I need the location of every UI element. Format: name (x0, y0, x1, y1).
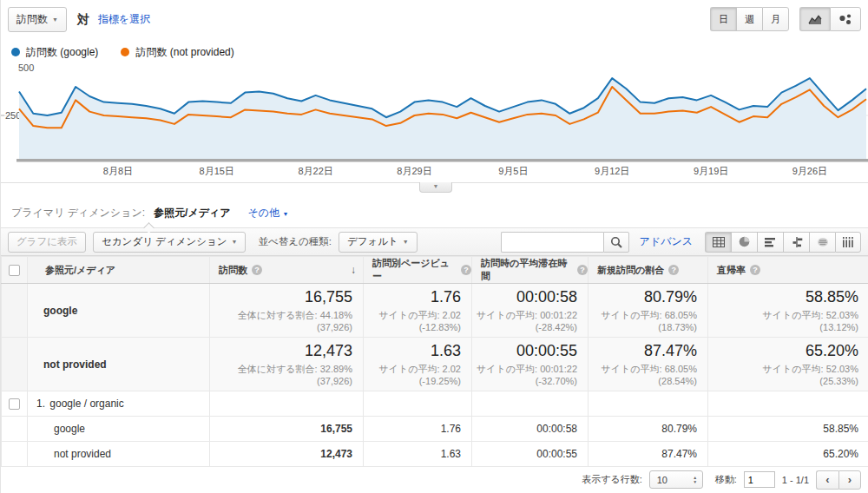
row-range-indicator: 1 - 1/1 (782, 475, 809, 485)
granularity-week-button[interactable]: 週 (736, 7, 762, 31)
summary-duration-cell: 00:00:55 サイトの平均: 00:01:22 (-32.70%) (472, 338, 589, 391)
search-input[interactable] (501, 232, 603, 253)
rows-per-page-select[interactable]: 10 ▲▼ (649, 470, 703, 489)
bounce-value: 65.20% (708, 442, 868, 467)
report-data-table: 参照元/メディア 訪問数 ? ↓ 訪問別ページビュー ? 訪問時の平均滞在時間 … (1, 256, 868, 467)
table-pagination-footer: 表示する行数: 10 ▲▼ 移動: 1 - 1/1 ‹ › (1, 467, 868, 492)
summary-new-visits-cell: 87.47% サイトの平均: 68.05% (28.54%) (589, 338, 708, 391)
term-cloud-view-button[interactable] (809, 232, 835, 253)
table-search (501, 232, 629, 253)
row-label: google (28, 417, 210, 442)
legend-label: 訪問数 (not provided) (135, 45, 233, 60)
new-visits-value: 87.47% (589, 442, 708, 467)
select-all-checkbox[interactable] (9, 265, 20, 276)
line-chart-icon (808, 14, 822, 25)
column-header-visits[interactable]: 訪問数 ? ↓ (210, 257, 364, 284)
help-icon[interactable]: ? (750, 265, 760, 275)
series-dot-blue-icon (11, 48, 20, 56)
previous-page-button[interactable]: ‹ (816, 470, 838, 490)
column-header-bounce-rate[interactable]: 直帰率 ? (708, 257, 868, 284)
row-checkbox[interactable] (9, 398, 20, 410)
chart-collapse-handle[interactable]: ▼ (419, 182, 452, 193)
summary-new-visits-cell: 80.79% サイトの平均: 68.05% (18.73%) (589, 284, 708, 338)
visits-value: 12,473 (210, 442, 364, 467)
chevron-down-icon: ▼ (52, 16, 58, 23)
primary-dimension-row: プライマリ ディメンション: 参照元/メディア その他 ▼ (1, 200, 868, 227)
table-row-group[interactable]: 1. google / organic (2, 391, 868, 417)
metric-selector-label: 訪問数 (16, 12, 48, 27)
goto-page-input[interactable] (744, 471, 775, 488)
sort-type-dropdown[interactable]: デフォルト ▼ (339, 232, 418, 253)
pages-value: 1.63 (364, 442, 472, 467)
summary-bounce-cell: 65.20% サイトの平均: 52.03% (25.33%) (708, 338, 868, 391)
pie-chart-icon (739, 236, 750, 247)
legend-item-not-provided[interactable]: 訪問数 (not provided) (121, 45, 233, 60)
advanced-filter-link[interactable]: アドバンス (640, 234, 693, 249)
comparison-view-button[interactable] (783, 232, 809, 253)
pages-value: 1.76 (364, 417, 472, 442)
legend-item-google[interactable]: 訪問数 (google) (11, 45, 98, 60)
row-label[interactable]: google / organic (49, 398, 123, 410)
pivot-view-button[interactable] (835, 232, 861, 253)
row-label: not provided (28, 442, 210, 467)
summary-visits-cell: 16,755 全体に対する割合: 44.18% (37,926) (210, 284, 364, 338)
pivot-columns-icon (842, 237, 854, 247)
summary-label: google (28, 284, 210, 338)
chevron-down-icon: ▼ (433, 183, 439, 189)
svg-text:9月5日: 9月5日 (498, 166, 528, 176)
new-visits-value: 80.79% (589, 417, 708, 442)
percentage-view-button[interactable] (731, 232, 757, 253)
secondary-dimension-dropdown[interactable]: セカンダリ ディメンション ▼ (93, 232, 246, 253)
svg-text:8月15日: 8月15日 (200, 166, 234, 176)
rows-per-page-label: 表示する行数: (582, 473, 642, 486)
plot-rows-button[interactable]: グラフに表示 (8, 232, 86, 253)
performance-view-button[interactable] (757, 232, 783, 253)
search-button[interactable] (603, 232, 629, 253)
analytics-report-panel: 訪問数 ▼ 対 指標を選択 日 週 月 (0, 0, 868, 493)
column-header-source-medium[interactable]: 参照元/メディア (28, 257, 210, 284)
next-page-button[interactable]: › (838, 470, 861, 490)
motion-chart-icon (838, 13, 852, 25)
summary-row-not-provided: not provided 12,473 全体に対する割合: 32.89% (37… (2, 338, 868, 391)
chevron-down-icon: ▼ (282, 211, 288, 217)
column-header-new-visits[interactable]: 新規訪問の割合 ? (589, 257, 708, 284)
help-icon[interactable]: ? (668, 265, 679, 275)
timeseries-chart-svg[interactable]: 5002508月8日8月15日8月22日8月29日9月5日9月12日9月19日9… (1, 61, 868, 182)
primary-dimension-more-dropdown[interactable]: その他 ▼ (248, 206, 289, 220)
metric-selector-dropdown[interactable]: 訪問数 ▼ (8, 7, 67, 32)
column-header-avg-duration[interactable]: 訪問時の平均滞在時間 ? (472, 257, 589, 284)
table-header-row: 参照元/メディア 訪問数 ? ↓ 訪問別ページビュー ? 訪問時の平均滞在時間 … (2, 257, 868, 284)
series-dot-orange-icon (121, 48, 129, 56)
summary-bounce-cell: 58.85% サイトの平均: 52.03% (13.12%) (708, 284, 868, 338)
svg-text:8月22日: 8月22日 (298, 166, 332, 176)
table-grid-icon (713, 237, 725, 247)
term-cloud-icon (817, 237, 829, 247)
primary-dimension-selected[interactable]: 参照元/メディア (154, 206, 230, 220)
help-icon[interactable]: ? (577, 265, 588, 275)
help-icon[interactable]: ? (461, 265, 471, 275)
granularity-day-button[interactable]: 日 (710, 7, 736, 31)
sort-descending-icon[interactable]: ↓ (351, 264, 356, 276)
summary-pages-cell: 1.63 サイトの平均: 2.02 (-19.25%) (364, 338, 472, 391)
svg-text:8月29日: 8月29日 (397, 166, 431, 176)
chart-type-button-group (799, 7, 861, 31)
granularity-month-button[interactable]: 月 (762, 7, 789, 31)
primary-dimension-label: プライマリ ディメンション: (11, 206, 145, 220)
view-switcher-group (705, 232, 861, 253)
column-header-pages-per-visit[interactable]: 訪問別ページビュー ? (364, 257, 472, 284)
svg-text:250: 250 (5, 110, 21, 121)
table-view-button[interactable] (705, 232, 731, 253)
horizontal-bars-icon (765, 237, 777, 247)
chart-legend: 訪問数 (google) 訪問数 (not provided) (1, 40, 868, 61)
chevron-down-icon: ▼ (232, 239, 238, 245)
search-icon (610, 236, 622, 248)
summary-visits-cell: 12,473 全体に対する割合: 32.89% (37,926) (210, 338, 364, 391)
summary-row-google: google 16,755 全体に対する割合: 44.18% (37,926) … (2, 284, 868, 338)
help-icon[interactable]: ? (252, 265, 262, 275)
line-chart-toggle-button[interactable] (799, 7, 830, 31)
table-row-detail-google[interactable]: google 16,755 1.76 00:00:58 80.79% 58.85… (2, 417, 868, 442)
motion-chart-toggle-button[interactable] (830, 7, 861, 31)
select-metric-link[interactable]: 指標を選択 (98, 12, 150, 27)
table-row-detail-not-provided[interactable]: not provided 12,473 1.63 00:00:55 87.47%… (2, 442, 868, 467)
summary-label: not provided (28, 338, 210, 391)
